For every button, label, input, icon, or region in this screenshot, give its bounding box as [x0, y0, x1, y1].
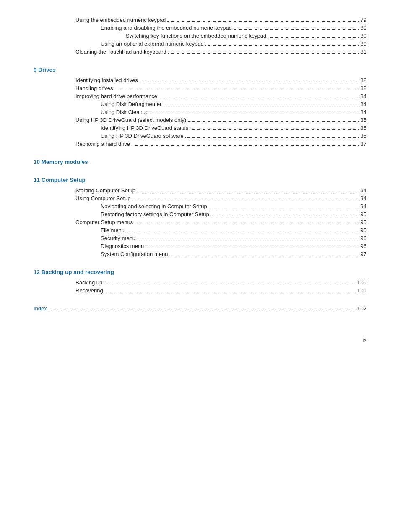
entry-page: 95: [361, 219, 366, 225]
entry-text: Identifying installed drives: [75, 77, 138, 83]
toc-entry: File menu95: [34, 227, 366, 233]
entry-text: Recovering: [75, 287, 103, 294]
entry-text: Using the embedded numeric keypad: [75, 17, 166, 23]
entry-dots: [104, 284, 356, 284]
entry-page: 94: [361, 195, 366, 201]
entry-dots: [163, 106, 358, 106]
entry-page: 84: [361, 101, 366, 107]
entry-text: Identifying HP 3D DriveGuard status: [101, 125, 188, 131]
entry-dots: [188, 121, 358, 122]
entry-text: Enabling and disabling the embedded nume…: [101, 25, 232, 31]
entry-text: Using Computer Setup: [75, 195, 131, 201]
entry-text: Navigating and selecting in Computer Set…: [101, 203, 207, 209]
toc-sections: 9 DrivesIdentifying installed drives82Ha…: [34, 67, 366, 294]
section-10-header[interactable]: 10 Memory modules: [34, 159, 366, 165]
entry-dots: [234, 29, 359, 30]
entry-page: 82: [361, 85, 366, 91]
entry-text: Security menu: [101, 235, 135, 241]
index-text: Index: [34, 305, 47, 312]
entry-text: Improving hard drive performance: [75, 93, 157, 99]
entry-dots: [137, 240, 358, 240]
entry-dots: [115, 90, 359, 90]
entry-page: 87: [361, 141, 366, 147]
toc-entry: Identifying installed drives82: [34, 77, 366, 83]
toc-entry: Restoring factory settings in Computer S…: [34, 211, 366, 217]
entry-dots: [185, 137, 359, 138]
entry-page: 94: [361, 203, 366, 209]
toc-entry: Identifying HP 3D DriveGuard status85: [34, 125, 366, 131]
entry-dots: [268, 37, 358, 38]
entry-text: Computer Setup menus: [75, 219, 133, 225]
entry-page: 100: [357, 279, 366, 286]
entry-page: 94: [361, 187, 366, 194]
entry-page: 84: [361, 109, 366, 115]
toc-entry: Using an optional external numeric keypa…: [34, 41, 366, 47]
toc-entry: Switching key functions on the embedded …: [34, 33, 366, 39]
entry-page: 85: [361, 133, 366, 139]
entry-dots: [190, 129, 358, 130]
entry-page: 96: [361, 243, 366, 249]
entry-page: 79: [361, 17, 366, 23]
entry-page: 96: [361, 235, 366, 241]
entry-dots: [140, 82, 359, 82]
section-11-header[interactable]: 11 Computer Setup: [34, 177, 366, 183]
entry-text: Backing up: [75, 279, 102, 286]
entry-text: Replacing a hard drive: [75, 141, 130, 147]
entry-dots: [168, 53, 359, 54]
entry-dots: [137, 192, 358, 192]
entry-dots: [169, 256, 358, 256]
toc-entry: Navigating and selecting in Computer Set…: [34, 203, 366, 209]
toc-entry: Using the embedded numeric keypad79: [34, 17, 366, 23]
toc-entry: Using HP 3D DriveGuard software85: [34, 133, 366, 139]
toc-entry: Using Disk Cleanup84: [34, 109, 366, 115]
entry-text: Starting Computer Setup: [75, 187, 135, 194]
entry-dots: [105, 292, 356, 292]
toc-entry: Using Disk Defragmenter84: [34, 101, 366, 107]
toc-entry: Improving hard drive performance84: [34, 93, 366, 99]
toc-entry: Recovering101: [34, 287, 366, 294]
entry-dots: [126, 232, 358, 232]
index-entry[interactable]: Index102: [34, 305, 366, 312]
toc-entry: Handling drives82: [34, 85, 366, 91]
toc-entry: Computer Setup menus95: [34, 219, 366, 225]
index-section: Index102: [34, 305, 366, 312]
entry-dots: [132, 200, 359, 200]
entry-dots: [159, 98, 358, 98]
toc-entry: Enabling and disabling the embedded nume…: [34, 25, 366, 31]
entry-dots: [209, 208, 359, 208]
toc-entry: Replacing a hard drive87: [34, 141, 366, 147]
entry-page: 81: [361, 49, 366, 55]
entry-dots: [167, 21, 358, 22]
toc-entry: Using HP 3D DriveGuard (select models on…: [34, 117, 366, 123]
entry-dots: [211, 216, 359, 216]
toc-entry: Backing up100: [34, 279, 366, 286]
entry-page: 84: [361, 93, 366, 99]
entry-dots: [150, 114, 358, 114]
entry-page: 97: [361, 251, 366, 257]
entry-text: Using an optional external numeric keypa…: [101, 41, 204, 47]
toc-entry: Using Computer Setup94: [34, 195, 366, 201]
toc-entry: Security menu96: [34, 235, 366, 241]
entry-text: Using HP 3D DriveGuard (select models on…: [75, 117, 186, 123]
entry-page: 95: [361, 227, 366, 233]
section-10: 10 Memory modules: [34, 159, 366, 165]
toc-entry: Diagnostics menu96: [34, 243, 366, 249]
entry-text: Using Disk Cleanup: [101, 109, 148, 115]
section-9-header[interactable]: 9 Drives: [34, 67, 366, 73]
entry-text: File menu: [101, 227, 125, 233]
section-9: 9 DrivesIdentifying installed drives82Ha…: [34, 67, 366, 147]
toc-entry: Cleaning the TouchPad and keyboard81: [34, 49, 366, 55]
entry-text: Restoring factory settings in Computer S…: [101, 211, 209, 217]
section-12-header[interactable]: 12 Backing up and recovering: [34, 269, 366, 275]
top-continuation-entries: Using the embedded numeric keypad79Enabl…: [34, 17, 366, 55]
entry-dots: [145, 248, 358, 248]
index-page: 102: [357, 305, 366, 312]
entry-page: 85: [361, 125, 366, 131]
entry-dots: [132, 145, 358, 146]
section-12: 12 Backing up and recoveringBacking up10…: [34, 269, 366, 294]
entry-dots: [135, 224, 358, 224]
toc-entry: System Configuration menu97: [34, 251, 366, 257]
page-number: ix: [363, 337, 366, 343]
entry-page: 85: [361, 117, 366, 123]
entry-text: Handling drives: [75, 85, 113, 91]
